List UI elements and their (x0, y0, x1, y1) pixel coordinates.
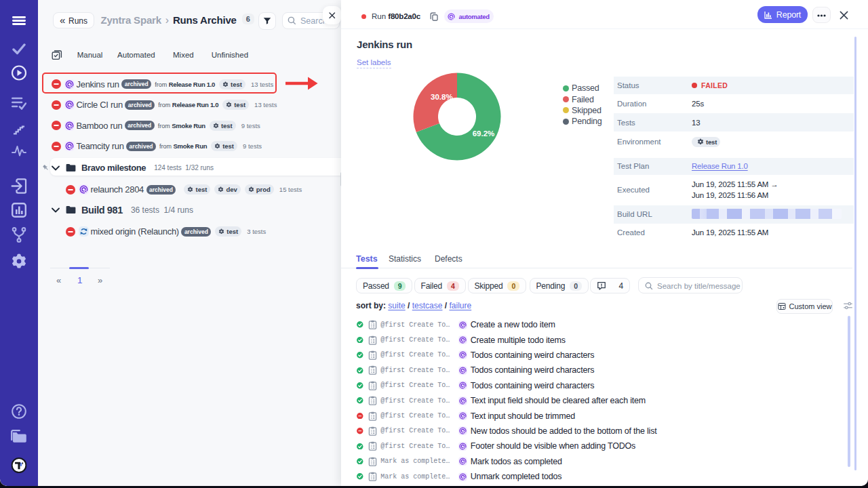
svg-text:30.8%: 30.8% (431, 93, 453, 101)
svg-text:69.2%: 69.2% (473, 129, 495, 138)
